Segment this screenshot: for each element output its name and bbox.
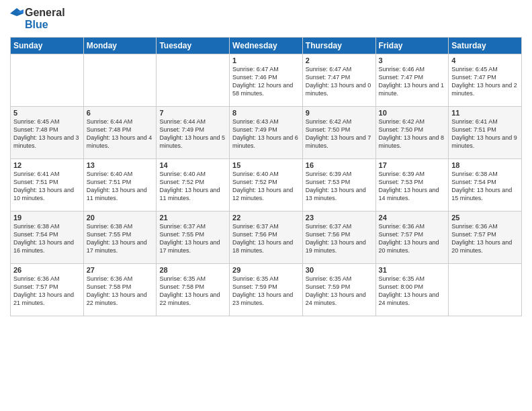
- header-row: SundayMondayTuesdayWednesdayThursdayFrid…: [11, 37, 522, 54]
- day-number: 8: [232, 109, 300, 117]
- day-number: 28: [159, 266, 226, 274]
- day-header-wednesday: Wednesday: [230, 37, 303, 54]
- calendar-cell: 17Sunrise: 6:39 AMSunset: 7:53 PMDayligh…: [375, 158, 449, 211]
- calendar-cell: 21Sunrise: 6:37 AMSunset: 7:55 PMDayligh…: [157, 211, 230, 263]
- day-number: 11: [451, 109, 519, 117]
- day-number: 27: [87, 266, 154, 274]
- page: General Blue SundayMondayTuesdayWednesda…: [0, 0, 532, 411]
- day-number: 9: [306, 109, 373, 117]
- cell-info: Sunrise: 6:37 AMSunset: 7:56 PMDaylight:…: [306, 222, 373, 255]
- day-number: 20: [87, 214, 154, 222]
- cell-info: Sunrise: 6:40 AMSunset: 7:52 PMDaylight:…: [232, 170, 300, 203]
- calendar-cell: [83, 54, 157, 106]
- calendar-cell: 28Sunrise: 6:35 AMSunset: 7:58 PMDayligh…: [157, 263, 230, 316]
- calendar-cell: 10Sunrise: 6:42 AMSunset: 7:50 PMDayligh…: [375, 106, 449, 158]
- day-number: 24: [379, 214, 446, 222]
- cell-info: Sunrise: 6:38 AMSunset: 7:55 PMDaylight:…: [87, 222, 154, 255]
- day-number: 19: [13, 214, 81, 222]
- calendar-cell: 24Sunrise: 6:36 AMSunset: 7:57 PMDayligh…: [375, 211, 449, 263]
- cell-info: Sunrise: 6:35 AMSunset: 7:59 PMDaylight:…: [306, 275, 373, 308]
- calendar-cell: 12Sunrise: 6:41 AMSunset: 7:51 PMDayligh…: [11, 158, 84, 211]
- calendar-cell: 14Sunrise: 6:40 AMSunset: 7:52 PMDayligh…: [157, 158, 230, 211]
- cell-info: Sunrise: 6:36 AMSunset: 7:57 PMDaylight:…: [379, 222, 446, 255]
- day-number: 22: [232, 214, 300, 222]
- cell-info: Sunrise: 6:41 AMSunset: 7:51 PMDaylight:…: [451, 118, 519, 150]
- day-number: 15: [232, 161, 300, 169]
- calendar-cell: 13Sunrise: 6:40 AMSunset: 7:51 PMDayligh…: [83, 158, 157, 211]
- cell-info: Sunrise: 6:40 AMSunset: 7:51 PMDaylight:…: [87, 170, 154, 203]
- calendar-cell: 25Sunrise: 6:36 AMSunset: 7:57 PMDayligh…: [449, 211, 522, 263]
- calendar-cell: 26Sunrise: 6:36 AMSunset: 7:57 PMDayligh…: [11, 263, 84, 316]
- calendar-cell: [449, 263, 522, 316]
- day-header-monday: Monday: [83, 37, 157, 54]
- cell-info: Sunrise: 6:40 AMSunset: 7:52 PMDaylight:…: [159, 170, 226, 203]
- cell-info: Sunrise: 6:37 AMSunset: 7:56 PMDaylight:…: [232, 222, 300, 255]
- calendar-cell: 7Sunrise: 6:44 AMSunset: 7:49 PMDaylight…: [157, 106, 230, 158]
- day-number: 2: [306, 56, 373, 64]
- cell-info: Sunrise: 6:36 AMSunset: 7:57 PMDaylight:…: [451, 222, 519, 255]
- day-number: 5: [13, 109, 81, 117]
- cell-info: Sunrise: 6:37 AMSunset: 7:55 PMDaylight:…: [159, 222, 226, 255]
- calendar-cell: 11Sunrise: 6:41 AMSunset: 7:51 PMDayligh…: [449, 106, 522, 158]
- day-header-sunday: Sunday: [11, 37, 84, 54]
- cell-info: Sunrise: 6:35 AMSunset: 7:58 PMDaylight:…: [159, 275, 226, 308]
- week-row-2: 5Sunrise: 6:45 AMSunset: 7:48 PMDaylight…: [11, 106, 522, 158]
- logo: General Blue: [10, 7, 65, 32]
- day-number: 6: [87, 109, 154, 117]
- week-row-4: 19Sunrise: 6:38 AMSunset: 7:54 PMDayligh…: [11, 211, 522, 263]
- day-number: 13: [87, 161, 154, 169]
- calendar-cell: 18Sunrise: 6:38 AMSunset: 7:54 PMDayligh…: [449, 158, 522, 211]
- day-number: 12: [13, 161, 81, 169]
- calendar-cell: 22Sunrise: 6:37 AMSunset: 7:56 PMDayligh…: [230, 211, 303, 263]
- logo-general: General: [25, 7, 65, 19]
- calendar-table: SundayMondayTuesdayWednesdayThursdayFrid…: [10, 37, 522, 316]
- cell-info: Sunrise: 6:47 AMSunset: 7:47 PMDaylight:…: [306, 65, 373, 98]
- cell-info: Sunrise: 6:42 AMSunset: 7:50 PMDaylight:…: [306, 118, 373, 150]
- day-header-saturday: Saturday: [449, 37, 522, 54]
- day-number: 1: [232, 56, 300, 64]
- cell-info: Sunrise: 6:35 AMSunset: 8:00 PMDaylight:…: [379, 275, 446, 308]
- day-number: 10: [379, 109, 446, 117]
- week-row-3: 12Sunrise: 6:41 AMSunset: 7:51 PMDayligh…: [11, 158, 522, 211]
- day-number: 29: [232, 266, 300, 274]
- calendar-cell: 2Sunrise: 6:47 AMSunset: 7:47 PMDaylight…: [302, 54, 375, 106]
- calendar-cell: 4Sunrise: 6:45 AMSunset: 7:47 PMDaylight…: [449, 54, 522, 106]
- calendar-cell: [157, 54, 230, 106]
- calendar-cell: [11, 54, 84, 106]
- cell-info: Sunrise: 6:47 AMSunset: 7:46 PMDaylight:…: [232, 65, 300, 98]
- calendar-cell: 6Sunrise: 6:44 AMSunset: 7:48 PMDaylight…: [83, 106, 157, 158]
- day-header-tuesday: Tuesday: [157, 37, 230, 54]
- day-number: 14: [159, 161, 226, 169]
- day-number: 7: [159, 109, 226, 117]
- calendar-cell: 27Sunrise: 6:36 AMSunset: 7:58 PMDayligh…: [83, 263, 157, 316]
- cell-info: Sunrise: 6:36 AMSunset: 7:57 PMDaylight:…: [13, 275, 81, 308]
- calendar-cell: 19Sunrise: 6:38 AMSunset: 7:54 PMDayligh…: [11, 211, 84, 263]
- header: General Blue: [10, 7, 522, 32]
- calendar-cell: 15Sunrise: 6:40 AMSunset: 7:52 PMDayligh…: [230, 158, 303, 211]
- week-row-5: 26Sunrise: 6:36 AMSunset: 7:57 PMDayligh…: [11, 263, 522, 316]
- cell-info: Sunrise: 6:45 AMSunset: 7:47 PMDaylight:…: [451, 65, 519, 98]
- cell-info: Sunrise: 6:39 AMSunset: 7:53 PMDaylight:…: [379, 170, 446, 203]
- cell-info: Sunrise: 6:46 AMSunset: 7:47 PMDaylight:…: [379, 65, 446, 98]
- cell-info: Sunrise: 6:41 AMSunset: 7:51 PMDaylight:…: [13, 170, 81, 203]
- cell-info: Sunrise: 6:35 AMSunset: 7:59 PMDaylight:…: [232, 275, 300, 308]
- week-row-1: 1Sunrise: 6:47 AMSunset: 7:46 PMDaylight…: [11, 54, 522, 106]
- calendar-cell: 5Sunrise: 6:45 AMSunset: 7:48 PMDaylight…: [11, 106, 84, 158]
- day-number: 23: [306, 214, 373, 222]
- cell-info: Sunrise: 6:44 AMSunset: 7:49 PMDaylight:…: [159, 118, 226, 150]
- logo-bird-icon: [10, 7, 24, 31]
- day-number: 31: [379, 266, 446, 274]
- calendar-cell: 29Sunrise: 6:35 AMSunset: 7:59 PMDayligh…: [230, 263, 303, 316]
- cell-info: Sunrise: 6:43 AMSunset: 7:49 PMDaylight:…: [232, 118, 300, 150]
- day-number: 3: [379, 56, 446, 64]
- day-number: 4: [451, 56, 519, 64]
- calendar-cell: 20Sunrise: 6:38 AMSunset: 7:55 PMDayligh…: [83, 211, 157, 263]
- calendar-cell: 9Sunrise: 6:42 AMSunset: 7:50 PMDaylight…: [302, 106, 375, 158]
- logo: General Blue: [10, 7, 65, 32]
- calendar-cell: 30Sunrise: 6:35 AMSunset: 7:59 PMDayligh…: [302, 263, 375, 316]
- day-number: 25: [451, 214, 519, 222]
- day-number: 16: [306, 161, 373, 169]
- cell-info: Sunrise: 6:38 AMSunset: 7:54 PMDaylight:…: [13, 222, 81, 255]
- calendar-cell: 1Sunrise: 6:47 AMSunset: 7:46 PMDaylight…: [230, 54, 303, 106]
- calendar-cell: 16Sunrise: 6:39 AMSunset: 7:53 PMDayligh…: [302, 158, 375, 211]
